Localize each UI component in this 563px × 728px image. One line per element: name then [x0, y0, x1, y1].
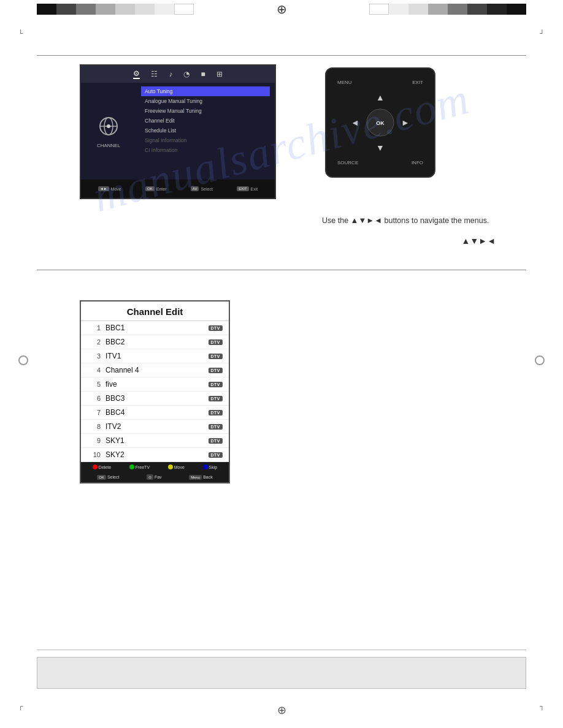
- channel-num-2: 2: [87, 338, 101, 346]
- channel-badge-4: DTV: [209, 368, 223, 373]
- left-reg-mid: [18, 355, 28, 365]
- right-reg-top: ┘: [540, 29, 545, 37]
- top-bar: ⊕: [0, 0, 563, 18]
- tv-hint-exit: EXIT Exit: [237, 186, 258, 191]
- top-rule: [37, 55, 526, 56]
- channel-num-3: 3: [87, 352, 101, 360]
- tv-icon-settings: ⚙: [133, 69, 140, 79]
- channel-badge-2: DTV: [209, 339, 223, 345]
- channel-edit-hints-top: Delete FreeTV Move Skip: [81, 462, 229, 472]
- channel-num-9: 9: [87, 437, 101, 444]
- channel-edit-title: Channel Edit: [81, 301, 229, 321]
- channel-name-1: BBC1: [105, 324, 209, 332]
- tv-icon-time: ◔: [183, 70, 190, 78]
- channel-badge-7: DTV: [209, 410, 223, 415]
- channel-num-1: 1: [87, 324, 101, 332]
- tv-menu-item-7: CI Information: [141, 145, 270, 155]
- remote-menu-label: MENU: [337, 80, 352, 85]
- bottom-rule: [37, 650, 526, 650]
- channel-row-7[interactable]: 7 BBC4 DTV: [81, 406, 229, 420]
- channel-name-2: BBC2: [105, 338, 209, 346]
- remote-top-row: MENU EXIT: [337, 80, 423, 85]
- channel-row-10[interactable]: 10 SKY2 DTV: [81, 448, 229, 462]
- section1-para: Use the ▲▼►◄ buttons to navigate the men…: [322, 214, 496, 227]
- channel-badge-5: DTV: [209, 382, 223, 387]
- channel-row-4[interactable]: 4 Channel 4 DTV: [81, 363, 229, 377]
- tv-menu-item-4: Channel Edit: [141, 116, 270, 126]
- channel-row-3[interactable]: 3 ITV1 DTV: [81, 349, 229, 363]
- tv-top-bar: ⚙ ☷ ♪ ◔ ■ ⊞: [81, 66, 275, 83]
- channel-name-6: BBC3: [105, 394, 209, 403]
- channel-edit-screen: Channel Edit 1 BBC1 DTV 2 BBC2 DTV 3 ITV…: [80, 300, 230, 483]
- channel-name-8: ITV2: [105, 422, 209, 431]
- tv-icon-apps: ⊞: [216, 70, 223, 78]
- satellite-icon: [97, 115, 120, 138]
- top-crosshair: ⊕: [277, 2, 287, 17]
- remote-nav: ▲ ▼ ◄ ► OK: [347, 89, 414, 156]
- remote-bottom-row: SOURCE INFO: [337, 160, 423, 165]
- channel-badge-9: DTV: [209, 438, 223, 444]
- channel-row-5[interactable]: 5 five DTV: [81, 377, 229, 392]
- channel-num-4: 4: [87, 366, 101, 374]
- channel-row-1[interactable]: 1 BBC1 DTV: [81, 321, 229, 335]
- channel-num-7: 7: [87, 409, 101, 416]
- remote-control: MENU EXIT ▲ ▼ ◄ ► OK SOURCE INFO: [325, 67, 435, 178]
- arrow-keys-text: ▲▼►◄: [462, 236, 496, 246]
- channel-row-8[interactable]: 8 ITV2 DTV: [81, 420, 229, 434]
- channel-name-5: five: [105, 380, 209, 389]
- svg-point-3: [107, 124, 110, 128]
- tv-hint-select: AV Select: [191, 186, 213, 191]
- right-reg-mid: [535, 355, 545, 365]
- channel-row-6[interactable]: 6 BBC3 DTV: [81, 392, 229, 406]
- channel-row-9[interactable]: 9 SKY1 DTV: [81, 434, 229, 448]
- left-reg-top: └: [18, 29, 23, 37]
- remote-source-label: SOURCE: [337, 160, 358, 165]
- channel-name-9: SKY1: [105, 436, 209, 445]
- tv-icon-grid: ☷: [151, 70, 158, 78]
- tv-menu-right: Auto Tuning Analogue Manual Tuning Freev…: [136, 83, 275, 180]
- tv-bottom-bar: ◄► Move OK Enter AV Select EXIT Exit: [81, 180, 275, 198]
- tv-menu-item-6: Signal Information: [141, 135, 270, 145]
- channel-num-8: 8: [87, 423, 101, 430]
- channel-badge-8: DTV: [209, 424, 223, 430]
- bottom-left-corner: ┌: [18, 702, 23, 710]
- channel-name-7: BBC4: [105, 408, 209, 417]
- bottom-right-corner: ┐: [540, 702, 545, 710]
- note-box: [37, 657, 526, 689]
- remote-left-arrow[interactable]: ◄: [347, 114, 364, 131]
- channel-name-3: ITV1: [105, 352, 209, 360]
- channel-badge-6: DTV: [209, 396, 223, 401]
- tv-menu-item-5: Schedule List: [141, 126, 270, 135]
- tv-icon-music: ♪: [169, 70, 172, 78]
- channel-badge-3: DTV: [209, 354, 223, 359]
- remote-up-arrow[interactable]: ▲: [372, 89, 389, 106]
- tv-menu-item-2: Analogue Manual Tuning: [141, 96, 270, 106]
- remote-right-arrow[interactable]: ►: [397, 114, 414, 131]
- tv-menu-left: CHANNEL: [81, 83, 136, 180]
- remote-exit-label: EXIT: [412, 80, 423, 85]
- tv-menu-item-3: Freeview Manual Tuning: [141, 106, 270, 116]
- bottom-crosshair: ⊕: [277, 703, 286, 717]
- channel-num-10: 10: [87, 451, 101, 458]
- channel-num-5: 5: [87, 381, 101, 388]
- remote-info-label: INFO: [412, 160, 423, 165]
- tv-icon-stop: ■: [201, 70, 205, 78]
- tv-hint-move: ◄► Move: [98, 186, 121, 191]
- channel-row-2[interactable]: 2 BBC2 DTV: [81, 335, 229, 349]
- channel-badge-1: DTV: [209, 325, 223, 331]
- channel-name-10: SKY2: [105, 450, 209, 459]
- mid-rule: [37, 270, 526, 270]
- remote-down-arrow[interactable]: ▼: [372, 139, 389, 156]
- channel-name-4: Channel 4: [105, 366, 209, 374]
- channel-edit-hints-bottom: OK Select ⊙ Fav Menu Back: [81, 472, 229, 482]
- remote-ok-button[interactable]: OK: [367, 109, 394, 137]
- tv-channel-label: CHANNEL: [97, 143, 120, 148]
- tv-menu-item-1: Auto Tuning: [141, 86, 270, 96]
- channel-num-6: 6: [87, 395, 101, 402]
- tv-screen: ⚙ ☷ ♪ ◔ ■ ⊞ CHANNEL Auto Tuning Analogue…: [80, 64, 276, 199]
- tv-hint-enter: OK Enter: [145, 186, 166, 191]
- channel-badge-10: DTV: [209, 452, 223, 458]
